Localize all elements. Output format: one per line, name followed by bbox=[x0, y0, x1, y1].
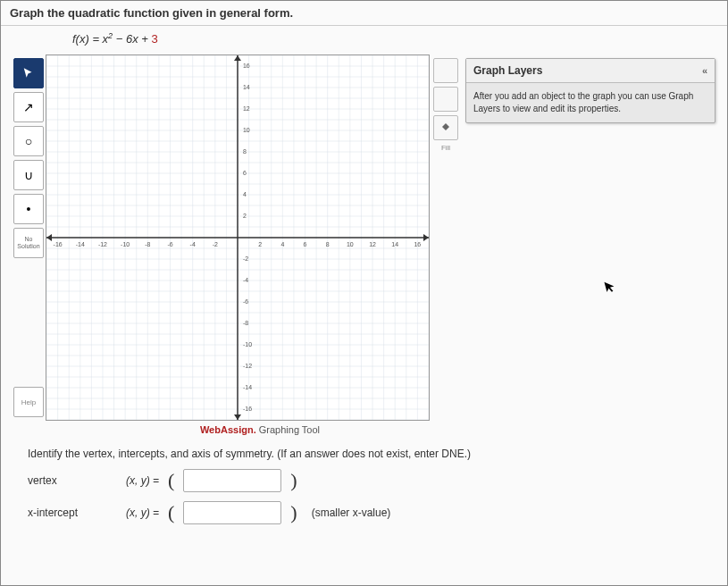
vertex-row: vertex (x, y) = ( ) bbox=[28, 469, 700, 492]
brand-rest: Graphing Tool bbox=[256, 424, 320, 435]
layers-body: After you add an object to the graph you… bbox=[466, 83, 715, 122]
layers-header: Graph Layers « bbox=[466, 59, 715, 83]
line-icon: ↗ bbox=[23, 100, 34, 114]
graph-layers-panel: Graph Layers « After you add an object t… bbox=[465, 58, 715, 123]
svg-text:12: 12 bbox=[369, 241, 376, 247]
svg-text:6: 6 bbox=[243, 170, 247, 176]
svg-text:-4: -4 bbox=[190, 241, 196, 247]
svg-text:-8: -8 bbox=[145, 241, 150, 247]
xintercept-row: x-intercept (x, y) = ( ) (smaller x-valu… bbox=[28, 501, 700, 524]
xintercept-input[interactable] bbox=[183, 501, 281, 524]
paren-open: ( bbox=[168, 469, 174, 492]
graph-canvas[interactable]: -16-14-12-10-8-6-4-2246810121416-16-14-1… bbox=[46, 54, 430, 421]
fill-button[interactable] bbox=[433, 115, 458, 140]
svg-text:8: 8 bbox=[326, 241, 330, 247]
svg-text:10: 10 bbox=[347, 241, 354, 247]
paren-close: ) bbox=[290, 469, 297, 492]
pointer-tool[interactable] bbox=[13, 58, 44, 88]
svg-text:16: 16 bbox=[414, 241, 421, 247]
svg-marker-74 bbox=[423, 234, 429, 241]
svg-marker-75 bbox=[46, 234, 52, 241]
svg-text:4: 4 bbox=[280, 241, 284, 247]
svg-text:-2: -2 bbox=[243, 255, 248, 262]
svg-marker-72 bbox=[234, 55, 241, 61]
svg-text:6: 6 bbox=[304, 241, 307, 247]
svg-marker-73 bbox=[234, 414, 241, 420]
svg-text:-16: -16 bbox=[243, 406, 252, 412]
svg-text:-10: -10 bbox=[121, 241, 130, 247]
fill-label: Fill bbox=[433, 144, 458, 152]
graph-toolbar: ↗ ○ ∪ • No Solution Help bbox=[10, 54, 46, 421]
equation: f(x) = x2 − 6x + 3 bbox=[1, 26, 727, 51]
point-tool[interactable]: • bbox=[13, 194, 44, 224]
svg-text:-2: -2 bbox=[213, 241, 218, 247]
vertex-eq: (x, y) = bbox=[126, 474, 159, 487]
parabola-icon: ∪ bbox=[24, 168, 33, 182]
eq-mid: − 6x + bbox=[113, 32, 151, 46]
eq-const: 3 bbox=[151, 32, 157, 46]
svg-text:14: 14 bbox=[391, 241, 398, 247]
svg-text:2: 2 bbox=[243, 213, 247, 219]
svg-text:10: 10 bbox=[243, 127, 250, 133]
line-tool[interactable]: ↗ bbox=[13, 92, 44, 122]
svg-text:14: 14 bbox=[243, 84, 250, 90]
svg-text:-10: -10 bbox=[243, 341, 252, 347]
svg-text:-6: -6 bbox=[243, 298, 248, 305]
svg-text:12: 12 bbox=[243, 105, 250, 112]
layers-title: Graph Layers bbox=[473, 64, 542, 77]
clearall-button[interactable] bbox=[433, 58, 458, 83]
brand-footer: WebAssign. Graphing Tool bbox=[46, 421, 474, 439]
svg-text:-8: -8 bbox=[243, 320, 248, 326]
svg-text:-12: -12 bbox=[98, 241, 107, 247]
delete-button[interactable] bbox=[433, 87, 458, 112]
side-tools: Fill bbox=[430, 54, 462, 421]
paren-open-2: ( bbox=[168, 501, 174, 524]
help-button[interactable]: Help bbox=[13, 387, 44, 417]
vertex-input[interactable] bbox=[183, 469, 281, 492]
svg-text:-14: -14 bbox=[243, 384, 252, 390]
svg-text:2: 2 bbox=[258, 241, 262, 247]
xintercept-after: (smaller x-value) bbox=[312, 506, 391, 519]
graph-svg: -16-14-12-10-8-6-4-2246810121416-16-14-1… bbox=[46, 55, 429, 420]
no-solution-tool[interactable]: No Solution bbox=[13, 228, 44, 258]
svg-text:16: 16 bbox=[243, 63, 250, 69]
svg-text:-14: -14 bbox=[76, 241, 85, 247]
point-icon: • bbox=[27, 202, 31, 216]
svg-text:-4: -4 bbox=[243, 277, 248, 283]
svg-text:-6: -6 bbox=[167, 241, 172, 247]
eq-prefix: f(x) = x bbox=[72, 32, 108, 46]
question-title: Graph the quadratic function given in ge… bbox=[1, 1, 727, 26]
layers-collapse-button[interactable]: « bbox=[702, 65, 707, 76]
parabola-tool[interactable]: ∪ bbox=[13, 160, 44, 190]
circle-tool[interactable]: ○ bbox=[13, 126, 44, 156]
xintercept-label: x-intercept bbox=[28, 506, 117, 519]
paren-close-2: ) bbox=[290, 501, 297, 524]
vertex-label: vertex bbox=[28, 474, 117, 487]
svg-text:4: 4 bbox=[243, 191, 247, 197]
svg-text:8: 8 bbox=[243, 148, 247, 155]
xintercept-eq: (x, y) = bbox=[126, 506, 159, 519]
brand-strong: WebAssign. bbox=[200, 424, 256, 435]
fill-icon bbox=[440, 122, 451, 133]
questions-area: Identify the vertex, intercepts, and axi… bbox=[1, 439, 727, 542]
svg-text:-12: -12 bbox=[243, 363, 252, 369]
svg-text:-16: -16 bbox=[54, 241, 63, 247]
circle-icon: ○ bbox=[25, 134, 32, 148]
identify-instruction: Identify the vertex, intercepts, and axi… bbox=[28, 448, 700, 460]
